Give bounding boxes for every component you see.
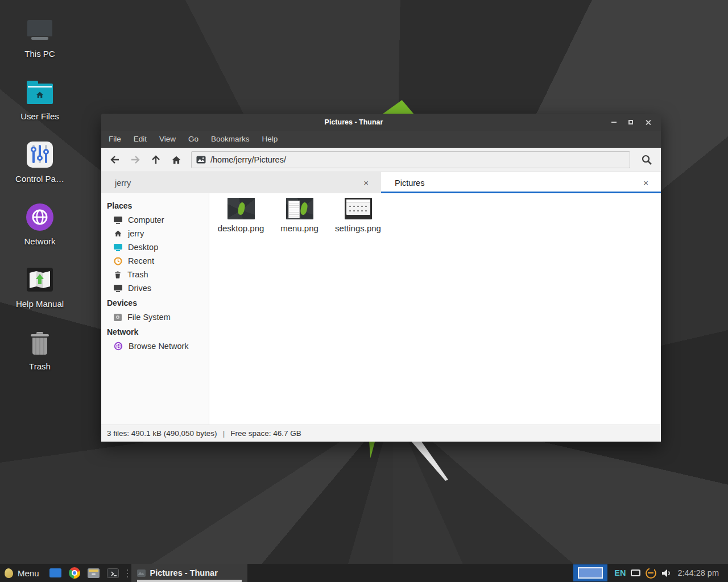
sidebar-item-browse-network[interactable]: Browse Network <box>101 339 209 353</box>
file-list: desktop.png menu.png settings.png <box>209 193 661 425</box>
home-icon <box>171 155 181 165</box>
forward-button[interactable] <box>125 150 146 169</box>
wallpaper-paper-shard <box>410 441 448 481</box>
file-menu-png[interactable]: menu.png <box>270 197 329 233</box>
file-settings-png[interactable]: settings.png <box>329 197 387 233</box>
sidebar-item-label: Trash <box>127 270 148 279</box>
file-desktop-png[interactable]: desktop.png <box>212 197 270 233</box>
taskbar: Menu Pictures - Thunar EN 2:44:28 pm <box>0 564 728 582</box>
image-file-icon <box>196 156 206 164</box>
files-summary: 3 files: 490.1 kB (490,050 bytes) <box>107 429 217 438</box>
wallpaper-leaf-top <box>382 100 414 114</box>
tab-pictures[interactable]: Pictures × <box>381 172 661 193</box>
control-panel-icon <box>27 142 53 168</box>
sidebar-item-label: Computer <box>128 215 164 225</box>
browse-network-icon <box>114 342 123 351</box>
sidebar-item-file-system[interactable]: File System <box>101 310 209 324</box>
sidebar-item-label: File System <box>127 313 171 322</box>
desktop-shortcut-user-files[interactable]: User Files <box>11 77 68 140</box>
desktop-shortcut-control-panel[interactable]: Control Pa… <box>11 140 68 202</box>
tab-close-icon[interactable]: × <box>360 177 372 189</box>
menu-label: Menu <box>18 568 39 578</box>
back-icon <box>110 155 120 164</box>
image-thumbnail <box>286 198 313 219</box>
shortcut-label: Network <box>24 236 55 246</box>
menu-bookmarks[interactable]: Bookmarks <box>205 131 256 148</box>
close-button[interactable] <box>640 115 655 129</box>
close-icon <box>645 119 651 126</box>
tab-jerry[interactable]: jerry × <box>101 172 381 193</box>
sidebar-header-devices: Devices <box>101 295 209 310</box>
file-name: menu.png <box>280 223 318 233</box>
tab-close-icon[interactable]: × <box>640 177 652 189</box>
desktop-shortcut-help-manual[interactable]: Help Manual <box>11 265 68 327</box>
path-bar[interactable]: /home/jerry/Pictures/ <box>191 151 630 168</box>
shortcut-label: Control Pa… <box>15 174 64 184</box>
search-icon <box>641 154 652 165</box>
update-manager-icon[interactable] <box>646 568 656 579</box>
volume-icon[interactable] <box>661 568 672 578</box>
sidebar-item-label: Desktop <box>128 243 158 252</box>
sidebar-item-home[interactable]: jerry <box>101 227 209 240</box>
up-button[interactable] <box>146 150 166 169</box>
thunar-window: Pictures - Thunar File Edit View Go Book… <box>101 114 661 442</box>
recent-clock-icon <box>114 257 122 265</box>
sidebar-item-label: Browse Network <box>129 342 189 351</box>
system-tray: EN 2:44:28 pm <box>614 568 728 579</box>
maximize-button[interactable] <box>623 115 638 129</box>
minimize-button[interactable] <box>606 115 621 129</box>
desktop: This PC User Files Control Pa… Network <box>0 0 728 582</box>
home-icon <box>114 230 122 238</box>
quick-launch <box>45 567 123 579</box>
sidebar-item-drives[interactable]: Drives <box>101 281 209 295</box>
trash-icon <box>114 271 122 279</box>
desktop-icon <box>114 244 122 251</box>
file-manager-icon[interactable] <box>88 568 100 578</box>
task-label: Pictures - Thunar <box>150 568 218 577</box>
terminal-icon[interactable] <box>107 568 119 578</box>
menu-edit[interactable]: Edit <box>127 131 153 148</box>
search-button[interactable] <box>636 150 657 169</box>
task-button-thunar[interactable]: Pictures - Thunar <box>131 564 247 582</box>
desktop-shortcut-network[interactable]: Network <box>11 202 68 265</box>
clock[interactable]: 2:44:28 pm <box>677 568 722 577</box>
desktop-shortcuts: This PC User Files Control Pa… Network <box>11 15 68 390</box>
keyboard-layout-indicator[interactable]: EN <box>614 568 626 577</box>
sidebar-item-label: Drives <box>128 284 151 293</box>
home-button[interactable] <box>166 150 187 169</box>
desktop-shortcut-trash[interactable]: Trash <box>11 327 68 390</box>
titlebar[interactable]: Pictures - Thunar <box>101 114 661 131</box>
tab-label: Pictures <box>395 178 640 188</box>
display-tray-icon[interactable] <box>631 569 640 576</box>
file-name: settings.png <box>335 223 381 233</box>
menu-view[interactable]: View <box>153 131 182 148</box>
menu-file[interactable]: File <box>102 131 127 148</box>
maximize-icon <box>628 120 633 124</box>
sidebar-item-trash[interactable]: Trash <box>101 268 209 281</box>
up-icon <box>151 155 160 165</box>
show-desktop-icon[interactable] <box>49 568 61 577</box>
back-button[interactable] <box>105 150 125 169</box>
sidebar-item-label: jerry <box>128 229 144 238</box>
forward-icon <box>130 155 140 164</box>
menu-button[interactable]: Menu <box>0 564 45 582</box>
chrome-icon[interactable] <box>69 567 80 579</box>
sidebar-item-recent[interactable]: Recent <box>101 254 209 268</box>
help-manual-icon <box>27 268 53 292</box>
workspace-switcher[interactable] <box>573 564 607 581</box>
shortcut-label: User Files <box>20 111 59 121</box>
minimize-icon <box>611 122 617 123</box>
free-space: Free space: 46.7 GB <box>230 429 301 438</box>
mint-logo-icon <box>4 568 14 579</box>
drives-icon <box>114 285 122 292</box>
sidebar-header-network: Network <box>101 324 209 339</box>
wallpaper-leaf-sliver <box>367 441 376 458</box>
sidebar-item-label: Recent <box>128 256 154 265</box>
file-name: desktop.png <box>218 223 264 233</box>
image-thumbnail <box>228 198 255 219</box>
menu-go[interactable]: Go <box>182 131 205 148</box>
menu-help[interactable]: Help <box>256 131 284 148</box>
desktop-shortcut-this-pc[interactable]: This PC <box>11 15 68 77</box>
sidebar-item-computer[interactable]: Computer <box>101 213 209 227</box>
sidebar-item-desktop[interactable]: Desktop <box>101 240 209 254</box>
